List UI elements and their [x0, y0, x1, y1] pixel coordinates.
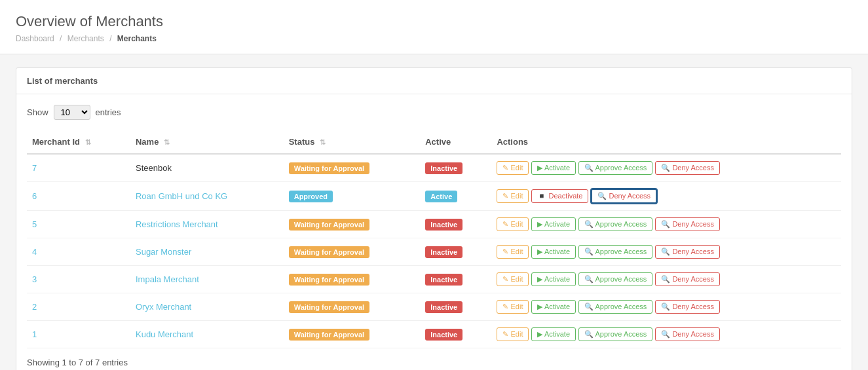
approve-access-button[interactable]: 🔍 Approve Access — [578, 245, 652, 259]
merchant-id-link[interactable]: 2 — [32, 302, 37, 312]
show-label: Show — [27, 107, 48, 117]
deny-access-button[interactable]: 🔍 Deny Access — [655, 272, 720, 286]
cell-status: Waiting for Approval — [284, 211, 421, 238]
merchant-name-link[interactable]: Sugar Monster — [136, 247, 191, 257]
merchant-name-link[interactable]: Roan GmbH und Co KG — [136, 191, 227, 201]
cell-actions: ✎ Edit▶ Activate🔍 Approve Access🔍 Deny A… — [491, 321, 841, 348]
approve-access-button[interactable]: 🔍 Approve Access — [578, 272, 652, 286]
breadcrumb-current: Merchants — [117, 34, 157, 43]
col-active: Active — [420, 130, 491, 154]
status-badge: Waiting for Approval — [289, 162, 369, 174]
entries-select[interactable]: 10 25 50 100 — [54, 105, 90, 120]
cell-status: Waiting for Approval — [284, 266, 421, 293]
cell-merchant-name: Oryx Merchant — [130, 293, 284, 321]
cell-merchant-name: Kudu Merchant — [130, 321, 284, 348]
breadcrumb-sep-2: / — [109, 34, 111, 43]
cell-actions: ✎ Edit▶ Activate🔍 Approve Access🔍 Deny A… — [491, 266, 841, 293]
deactivate-button[interactable]: ◾ Deactivate — [531, 189, 588, 203]
edit-button[interactable]: ✎ Edit — [497, 272, 529, 286]
table-row: 4Sugar MonsterWaiting for ApprovalInacti… — [27, 238, 841, 266]
deny-access-button[interactable]: 🔍 Deny Access — [655, 327, 720, 341]
table-row: 3Impala MerchantWaiting for ApprovalInac… — [27, 266, 841, 293]
deny-access-button[interactable]: 🔍 Deny Access — [591, 189, 657, 204]
edit-button[interactable]: ✎ Edit — [497, 217, 529, 231]
cell-active: Active — [420, 182, 491, 211]
table-row: 7SteenbokWaiting for ApprovalInactive✎ E… — [27, 154, 841, 182]
cell-merchant-name: Roan GmbH und Co KG — [130, 182, 284, 211]
cell-actions: ✎ Edit▶ Activate🔍 Approve Access🔍 Deny A… — [491, 211, 841, 238]
activate-button[interactable]: ▶ Activate — [531, 245, 576, 259]
deny-access-button[interactable]: 🔍 Deny Access — [655, 161, 720, 175]
edit-button[interactable]: ✎ Edit — [497, 189, 529, 203]
merchant-id-link[interactable]: 7 — [32, 163, 37, 173]
breadcrumb-sep-1: / — [60, 34, 62, 43]
cell-status: Waiting for Approval — [284, 238, 421, 266]
sort-icon-status: ⇅ — [320, 138, 326, 146]
merchant-id-link[interactable]: 4 — [32, 247, 37, 257]
approve-access-button[interactable]: 🔍 Approve Access — [578, 161, 652, 175]
table-footer: Showing 1 to 7 of 7 entries — [27, 358, 841, 367]
activate-button[interactable]: ▶ Activate — [531, 272, 576, 286]
actions-group: ✎ Edit▶ Activate🔍 Approve Access🔍 Deny A… — [497, 300, 836, 314]
cell-merchant-id: 2 — [27, 293, 130, 321]
approve-access-button[interactable]: 🔍 Approve Access — [578, 300, 652, 314]
col-merchant-id: Merchant Id ⇅ — [27, 130, 130, 154]
status-badge: Waiting for Approval — [289, 301, 369, 313]
page-header: Overview of Merchants Dashboard / Mercha… — [0, 0, 868, 54]
deny-access-button[interactable]: 🔍 Deny Access — [655, 245, 720, 259]
cell-active: Inactive — [420, 321, 491, 348]
merchant-name-link[interactable]: Oryx Merchant — [136, 302, 191, 312]
cell-merchant-id: 5 — [27, 211, 130, 238]
merchants-table: Merchant Id ⇅ Name ⇅ Status ⇅ Active Act… — [27, 130, 841, 348]
active-badge: Inactive — [425, 329, 462, 341]
card-title: List of merchants — [27, 76, 98, 86]
deny-access-button[interactable]: 🔍 Deny Access — [655, 217, 720, 231]
activate-button[interactable]: ▶ Activate — [531, 300, 576, 314]
approve-access-button[interactable]: 🔍 Approve Access — [578, 327, 652, 341]
edit-button[interactable]: ✎ Edit — [497, 245, 529, 259]
merchant-name-link[interactable]: Impala Merchant — [136, 274, 199, 284]
breadcrumb: Dashboard / Merchants / Merchants — [16, 34, 852, 43]
sort-icon-name: ⇅ — [164, 138, 170, 146]
merchant-id-link[interactable]: 5 — [32, 219, 37, 229]
actions-group: ✎ Edit▶ Activate🔍 Approve Access🔍 Deny A… — [497, 272, 836, 286]
merchant-id-link[interactable]: 3 — [32, 274, 37, 284]
merchant-name-link[interactable]: Restrictions Merchant — [136, 219, 218, 229]
status-badge: Waiting for Approval — [289, 246, 369, 258]
merchant-name-link[interactable]: Kudu Merchant — [136, 329, 193, 339]
merchant-id-link[interactable]: 1 — [32, 329, 37, 339]
cell-merchant-id: 7 — [27, 154, 130, 182]
edit-button[interactable]: ✎ Edit — [497, 161, 529, 175]
table-row: 5Restrictions MerchantWaiting for Approv… — [27, 211, 841, 238]
table-row: 6Roan GmbH und Co KGApprovedActive✎ Edit… — [27, 182, 841, 211]
merchant-id-link[interactable]: 6 — [32, 191, 37, 201]
col-actions: Actions — [491, 130, 841, 154]
actions-group: ✎ Edit◾ Deactivate🔍 Deny Access — [497, 189, 836, 204]
show-entries-control: Show 10 25 50 100 entries — [27, 105, 841, 120]
cell-merchant-id: 1 — [27, 321, 130, 348]
deny-access-button[interactable]: 🔍 Deny Access — [655, 300, 720, 314]
activate-button[interactable]: ▶ Activate — [531, 161, 576, 175]
edit-button[interactable]: ✎ Edit — [497, 327, 529, 341]
active-badge: Inactive — [425, 162, 462, 174]
cell-actions: ✎ Edit▶ Activate🔍 Approve Access🔍 Deny A… — [491, 238, 841, 266]
activate-button[interactable]: ▶ Activate — [531, 217, 576, 231]
activate-button[interactable]: ▶ Activate — [531, 327, 576, 341]
sort-icon-id: ⇅ — [85, 138, 91, 146]
actions-group: ✎ Edit▶ Activate🔍 Approve Access🔍 Deny A… — [497, 161, 836, 175]
breadcrumb-merchants[interactable]: Merchants — [67, 34, 104, 43]
actions-group: ✎ Edit▶ Activate🔍 Approve Access🔍 Deny A… — [497, 217, 836, 231]
cell-status: Approved — [284, 182, 421, 211]
active-badge: Inactive — [425, 219, 462, 231]
cell-active: Inactive — [420, 238, 491, 266]
breadcrumb-dashboard[interactable]: Dashboard — [16, 34, 54, 43]
merchants-card: List of merchants Show 10 25 50 100 entr… — [16, 67, 852, 370]
edit-button[interactable]: ✎ Edit — [497, 300, 529, 314]
col-status: Status ⇅ — [284, 130, 421, 154]
active-badge: Inactive — [425, 246, 462, 258]
cell-active: Inactive — [420, 211, 491, 238]
approve-access-button[interactable]: 🔍 Approve Access — [578, 217, 652, 231]
entries-label: entries — [96, 107, 121, 117]
active-badge: Inactive — [425, 301, 462, 313]
cell-merchant-id: 3 — [27, 266, 130, 293]
